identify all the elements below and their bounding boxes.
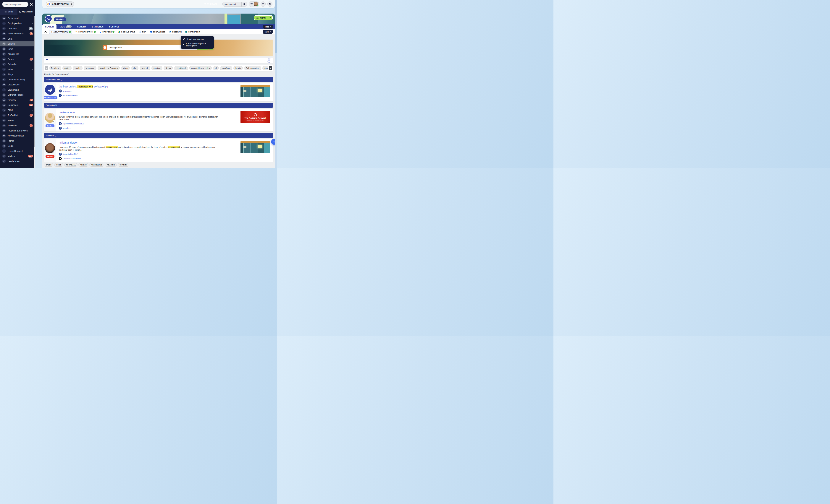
sidebar-item-chat[interactable]: Chat — [0, 36, 35, 41]
sidebar-item-taskflow[interactable]: TaskFlow1 — [0, 123, 35, 128]
member-tag-chip[interactable]: CHARITY — [118, 163, 129, 167]
result-meta-link[interactable]: Vodafone — [63, 127, 71, 129]
sidebar-item-calendar[interactable]: Calendar — [0, 62, 35, 67]
sidebar-item-products-services[interactable]: Products & Services — [0, 128, 35, 133]
result-meta-link[interactable]: /app/contact/profile/6100 — [63, 123, 84, 125]
member-tag-chip[interactable]: FOORBALL — [64, 163, 78, 167]
sidebar-item-leave-request[interactable]: Leave Request — [0, 148, 35, 154]
tag-chip[interactable]: Module 1 – Overview — [98, 66, 120, 70]
clear-search-button[interactable] — [103, 45, 107, 50]
sidebar-item-to-do-list[interactable]: To-Do List1 — [0, 113, 35, 118]
source-confluence[interactable]: CONFLUENCE — [149, 30, 166, 34]
tag-chip[interactable]: workplace — [84, 66, 96, 70]
tag-chip[interactable]: checkin call — [174, 66, 188, 70]
sidebar-item-news[interactable]: News — [0, 46, 35, 52]
calendar-button[interactable] — [261, 1, 266, 7]
source-dropbox[interactable]: DROPBOX — [98, 30, 115, 34]
chips-scroll-right-button[interactable] — [269, 66, 272, 70]
member-tag-chip[interactable]: TENNIS — [78, 163, 89, 167]
source-jira[interactable]: JIRA — [138, 30, 147, 34]
source-sharepoint[interactable]: SSHAREPOINT — [184, 30, 201, 34]
tag-chip[interactable]: fire alarm — [49, 66, 61, 70]
sidebar-item-crm[interactable]: CRM — [0, 108, 35, 113]
member-tag-chip[interactable]: AGILE — [54, 163, 63, 167]
sidebar-item-employee-hub[interactable]: Employee hub — [0, 21, 35, 26]
sidebar-item-forms[interactable]: Forms — [0, 138, 35, 143]
sidebar-search-input[interactable]: Search and jump to — [2, 2, 28, 7]
tag-chip[interactable]: new job — [139, 66, 150, 70]
sidebar-item-mailbox[interactable]: Mailbox137 — [0, 154, 35, 159]
user-menu[interactable] — [249, 1, 259, 7]
sidebar-item-goals[interactable]: Goals — [0, 143, 35, 149]
sidebar-item-reminders[interactable]: Reminders25 — [0, 103, 35, 108]
result-title[interactable]: miriam anderson — [59, 141, 238, 144]
sidebar-item-events[interactable]: Events — [0, 118, 35, 123]
tab-activity[interactable]: ACTIVITY — [74, 24, 89, 29]
topbar-search[interactable] — [222, 2, 247, 7]
sidebar-item-search[interactable]: Search — [0, 41, 35, 46]
tabs-dropdown-button[interactable]: Tabs — [263, 25, 273, 29]
tag-chip[interactable]: Keras — [164, 66, 173, 70]
sidebar-item-announcements[interactable]: Announcements4 — [0, 31, 35, 36]
tag-chip[interactable]: acceptable use policy — [189, 66, 212, 70]
banner-menu-button[interactable]: Menu — [254, 15, 273, 20]
sidebar-tab-menu[interactable]: Menu — [0, 9, 18, 15]
text-segment: auramo joins from global enterprise comp… — [59, 116, 218, 121]
member-tag-chip[interactable]: SALES — [44, 163, 53, 167]
filter-icon[interactable] — [46, 59, 48, 62]
sources-tabs-dropdown-button[interactable]: Tabs — [263, 30, 273, 34]
sidebar-item-blogs[interactable]: Blogs — [0, 72, 35, 77]
sidebar-item-cases[interactable]: Cases7 — [0, 57, 35, 62]
member-tag-chip[interactable]: TRAVELLING — [89, 163, 104, 167]
search-icon[interactable] — [243, 3, 246, 5]
sidebar-tab-my-account[interactable]: My account — [18, 9, 35, 15]
sidebar-item-projects[interactable]: Projects6 — [0, 98, 35, 103]
sidebar-item-hubs[interactable]: Hubs — [0, 67, 35, 72]
member-tag-chip[interactable]: READING — [105, 163, 117, 167]
tab-settings[interactable]: SETTINGS — [106, 24, 122, 29]
tag-chip[interactable]: request — [262, 66, 268, 70]
tag-chip[interactable]: ython — [121, 66, 130, 70]
topbar-search-input[interactable] — [222, 3, 242, 5]
tag-chip[interactable]: health — [233, 66, 243, 70]
page-scrollbar[interactable] — [275, 0, 277, 168]
sidebar-item-directory[interactable]: Directory30 — [0, 26, 35, 31]
sidebar-item-launchpad[interactable]: Launchpad — [0, 87, 35, 93]
tag-chip[interactable]: policy — [62, 66, 71, 70]
sidebar-item-leaderboard[interactable]: Leaderboard — [0, 159, 35, 164]
tab-search[interactable]: SEARCH — [42, 24, 57, 29]
sidebar-item-document-library[interactable]: Document Library — [0, 77, 35, 82]
result-meta-link[interactable]: javascript:; — [63, 90, 72, 92]
result-meta-link[interactable]: /app/staff/profile/1 — [63, 153, 78, 155]
sidebar-item-discussions[interactable]: Discussions — [0, 82, 35, 88]
sidebar-item-appoint-me[interactable]: Appoint Me — [0, 52, 35, 57]
close-icon[interactable] — [30, 3, 33, 6]
tag-chip[interactable]: meeting — [152, 66, 162, 70]
source-google-drive[interactable]: GOOGLE DRIVE — [117, 30, 136, 34]
workspace-switcher[interactable]: AGILITYPORTAL — [46, 1, 74, 7]
grid-view-button[interactable] — [267, 58, 272, 63]
menu-dropdown-toggle[interactable] — [268, 15, 272, 20]
tag-chip[interactable]: ai — [213, 66, 219, 70]
tag-chip[interactable]: charity — [73, 66, 83, 70]
result-title[interactable]: the best project management software.jpg — [59, 85, 238, 88]
result-meta-link[interactable]: Miriam Anderson — [63, 94, 77, 97]
source-onedrive[interactable]: ONEDRIVE — [168, 30, 182, 34]
source-smart-search[interactable]: SMART SEARCH — [74, 30, 96, 34]
tab-statistics[interactable]: STATISTICS — [89, 24, 106, 29]
tag-chip[interactable]: Sale consulting — [244, 66, 261, 70]
tag-chip[interactable]: workforce — [220, 66, 232, 70]
sidebar-item-dashboard[interactable]: Dashboard — [0, 16, 35, 21]
sidebar-item-extranet-portals[interactable]: Extranet Portals — [0, 93, 35, 98]
sidebar-item-knowledge-base[interactable]: Knowledge Base — [0, 133, 35, 138]
result-title[interactable]: marika auramo — [59, 111, 238, 114]
smart-search-mode-option[interactable]: Smart search mode — [181, 37, 214, 41]
chips-scroll-left-button[interactable] — [45, 66, 48, 70]
tag-chip[interactable]: php — [131, 66, 138, 70]
sidebar-scrollbar[interactable] — [34, 16, 35, 168]
result-meta-link[interactable]: Professional services — [63, 158, 81, 160]
cant-find-option[interactable]: Can't find what you're looking for? — [181, 41, 214, 48]
notifications-button[interactable] — [267, 1, 273, 7]
source-agilityportal[interactable]: AGILITYPORTAL — [49, 30, 72, 34]
tab-tags[interactable]: TAGS104 — [57, 24, 74, 29]
